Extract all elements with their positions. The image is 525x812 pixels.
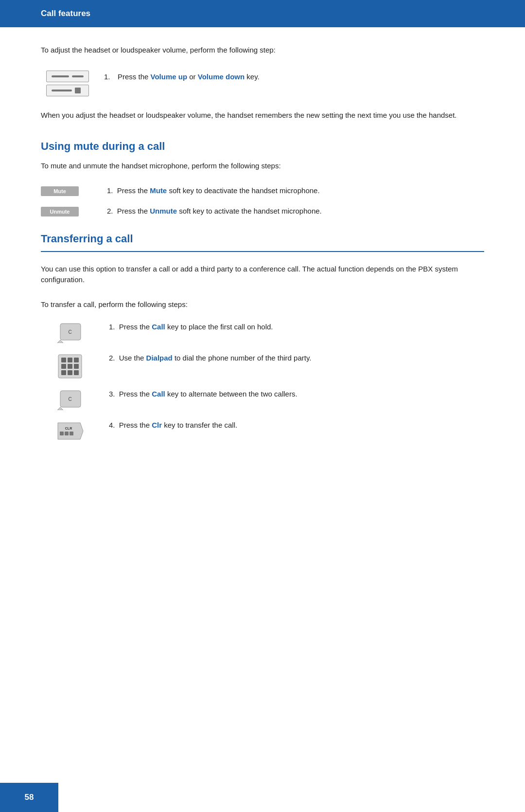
transfer-step-3-content: 3. Press the Call key to alternate betwe… <box>109 389 484 400</box>
dialpad-icon-area <box>41 353 99 379</box>
transfer-step-1: C 1. Press the Call key to place the fir… <box>41 322 484 343</box>
svg-text:C: C <box>68 329 71 335</box>
intro-para1: To adjust the headset or loudspeaker vol… <box>41 45 484 56</box>
svg-rect-11 <box>68 370 72 375</box>
svg-rect-4 <box>61 358 66 362</box>
volume-down-key-icon <box>46 85 89 96</box>
mute-step-1-content: 1. Press the Mute soft key to deactivate… <box>107 185 484 197</box>
unmute-soft-key: Unmute <box>41 207 79 217</box>
volume-key-icon <box>41 70 94 96</box>
svg-marker-16 <box>58 423 83 439</box>
svg-rect-10 <box>61 370 66 375</box>
page-number: 58 <box>25 793 34 802</box>
transfer-step-4: CLR 4. Press the Clr key to transfer the… <box>41 420 484 441</box>
unmute-key-icon: Unmute <box>41 206 99 217</box>
call-link-1: Call <box>152 323 165 331</box>
mute-soft-key: Mute <box>41 186 79 196</box>
svg-marker-14 <box>57 407 63 410</box>
mute-step-2-content: 2. Press the Unmute soft key to activate… <box>107 206 484 217</box>
call-key-svg-2: C <box>56 390 84 410</box>
svg-rect-20 <box>70 432 73 435</box>
transfer-step-1-content: 1. Press the Call key to place the first… <box>109 322 484 333</box>
svg-rect-6 <box>74 358 79 362</box>
transfer-intro1: You can use this option to transfer a ca… <box>41 264 484 286</box>
volume-down-link: Volume down <box>198 72 245 81</box>
svg-rect-5 <box>68 358 72 362</box>
transfer-steps-list: C 1. Press the Call key to place the fir… <box>41 322 484 441</box>
volume-step-text: 1. Press the Volume up or Volume down ke… <box>104 70 484 83</box>
mute-intro: To mute and unmute the handset microphon… <box>41 161 484 172</box>
svg-rect-19 <box>65 432 69 435</box>
clr-link: Clr <box>152 421 162 429</box>
dialpad-link: Dialpad <box>146 354 173 362</box>
unmute-link: Unmute <box>150 207 177 215</box>
svg-rect-12 <box>74 370 79 375</box>
transfer-step-3: C 3. Press the Call key to alternate bet… <box>41 389 484 410</box>
main-content: To adjust the headset or loudspeaker vol… <box>0 27 525 496</box>
transfer-intro2: To transfer a call, perform the followin… <box>41 299 484 310</box>
page-header: Call features <box>0 0 525 27</box>
transfer-heading-divider <box>41 251 484 252</box>
svg-rect-9 <box>74 364 79 369</box>
mute-step-1: Mute 1. Press the Mute soft key to deact… <box>41 185 484 197</box>
transfer-step-4-content: 4. Press the Clr key to transfer the cal… <box>109 420 484 431</box>
call-link-2: Call <box>152 390 165 398</box>
mute-link: Mute <box>150 186 167 195</box>
call-key-icon-1: C <box>41 322 99 343</box>
page-footer: 58 <box>0 783 58 812</box>
mute-key-icon: Mute <box>41 185 99 196</box>
header-title: Call features <box>41 9 90 18</box>
call-key-svg-1: C <box>56 323 84 343</box>
transfer-step-2-content: 2. Use the Dialpad to dial the phone num… <box>109 353 484 364</box>
intro-para2: When you adjust the headset or loudspeak… <box>41 110 484 121</box>
mute-steps-list: Mute 1. Press the Mute soft key to deact… <box>41 185 484 217</box>
call-key-icon-2: C <box>41 389 99 410</box>
clr-key-icon-area: CLR <box>41 420 99 441</box>
svg-text:C: C <box>68 397 71 402</box>
volume-up-key-icon <box>46 71 89 82</box>
clr-key-svg: CLR <box>55 421 85 441</box>
section-mute-heading: Using mute during a call <box>41 140 484 153</box>
transfer-step-2: 2. Use the Dialpad to dial the phone num… <box>41 353 484 379</box>
section-transfer-heading: Transferring a call <box>41 233 484 245</box>
svg-rect-18 <box>60 432 64 435</box>
mute-step-2: Unmute 2. Press the Unmute soft key to a… <box>41 206 484 217</box>
svg-text:CLR: CLR <box>65 427 72 430</box>
volume-step-row: 1. Press the Volume up or Volume down ke… <box>41 70 484 96</box>
svg-marker-1 <box>57 340 63 343</box>
volume-up-link: Volume up <box>151 72 188 81</box>
svg-rect-8 <box>68 364 72 369</box>
svg-rect-7 <box>61 364 66 369</box>
dialpad-svg <box>57 354 83 379</box>
